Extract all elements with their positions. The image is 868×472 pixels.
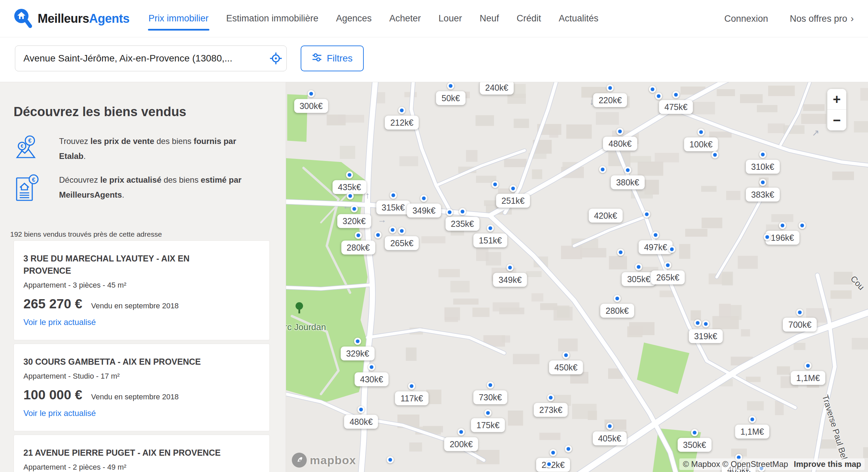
brand-logo[interactable]: MeilleursAgents — [13, 8, 130, 30]
property-dot[interactable] — [491, 181, 498, 188]
map-basemap — [286, 82, 868, 472]
map[interactable]: ← ↑ → ↓ ↗ rc Jourdan 300k€240k€50k€212k€… — [286, 82, 868, 472]
brand-name: MeilleursAgents — [38, 12, 130, 26]
see-updated-price-link[interactable]: Voir le prix actualisé — [23, 409, 96, 418]
price-label: 349k€ — [493, 273, 527, 287]
property-dot[interactable] — [617, 249, 624, 256]
nav-item-prix-immobilier[interactable]: Prix immobilier — [149, 0, 209, 37]
price-label: 329k€ — [341, 347, 375, 361]
marker-dot-icon — [398, 107, 405, 114]
price-label: 273k€ — [534, 403, 568, 417]
marker-dot-icon — [697, 128, 704, 135]
property-dot[interactable] — [643, 211, 650, 218]
sold-property-card[interactable]: 3 RUE DU MARECHAL LYAUTEY - AIX EN PROVE… — [14, 240, 270, 340]
price-label: 320k€ — [337, 214, 371, 228]
filters-button[interactable]: Filtres — [301, 46, 364, 71]
price-label: 1,1M€ — [735, 424, 769, 438]
nav-item-actualites[interactable]: Actualités — [559, 0, 598, 37]
price-label: 450k€ — [549, 361, 583, 375]
property-details: Appartement - 3 pièces - 45 m² — [23, 281, 263, 290]
marker-dot-icon — [779, 222, 786, 229]
marker-dot-icon — [351, 205, 358, 212]
see-updated-price-link[interactable]: Voir le prix actualisé — [23, 317, 96, 327]
marker-dot-icon — [485, 410, 492, 417]
info-bullet-updated-price: € Découvrez le prix actualisé des biens … — [14, 173, 249, 203]
osm-attribution-link[interactable]: © OpenStreetMap — [722, 459, 788, 469]
marker-dot-icon — [652, 231, 659, 238]
property-dot[interactable] — [655, 93, 662, 100]
price-label: 383k€ — [746, 187, 780, 201]
marker-dot-icon — [673, 91, 680, 98]
crosshair-icon — [269, 61, 282, 66]
zoom-in-button[interactable]: + — [827, 89, 846, 110]
login-link[interactable]: Connexion — [724, 14, 768, 24]
price-label: 100k€ — [684, 137, 718, 151]
marker-dot-icon — [390, 192, 397, 199]
price-label: 50k€ — [436, 91, 465, 105]
property-dot[interactable] — [649, 86, 656, 93]
mapbox-logo[interactable]: mapbox — [291, 452, 356, 468]
marker-dot-icon — [509, 185, 516, 192]
property-dot[interactable] — [446, 209, 453, 216]
marker-dot-icon — [635, 263, 642, 270]
geolocate-button[interactable] — [269, 52, 283, 66]
nav-item-credit[interactable]: Crédit — [516, 0, 541, 37]
bullet-text: Découvrez le prix actualisé des biens es… — [59, 173, 249, 203]
nav-item-acheter[interactable]: Acheter — [389, 0, 421, 37]
price-label: 251k€ — [496, 194, 530, 207]
improve-map-link[interactable]: Improve this map — [794, 459, 861, 469]
marker-dot-icon — [805, 362, 812, 369]
property-dot[interactable] — [694, 320, 701, 327]
price-label: 252k€ — [536, 458, 570, 472]
mapbox-icon — [291, 452, 307, 468]
marker-dot-icon — [354, 338, 361, 345]
price-label: 235k€ — [446, 217, 479, 231]
svg-text:€: € — [32, 177, 35, 183]
marker-dot-icon — [617, 128, 624, 135]
property-dot[interactable] — [546, 461, 553, 468]
marker-dot-icon — [458, 429, 465, 436]
property-dot[interactable] — [799, 222, 806, 229]
nav-item-louer[interactable]: Louer — [438, 0, 462, 37]
pro-offers-link[interactable]: Nos offres pro› — [790, 13, 854, 24]
price-label: 380k€ — [611, 176, 645, 189]
price-label: 730k€ — [473, 390, 507, 404]
address-search-input[interactable] — [15, 46, 287, 71]
marker-dot-icon — [759, 179, 766, 186]
marker-dot-icon — [355, 232, 362, 239]
property-sold-date: Vendu en septembre 2018 — [91, 302, 179, 310]
property-address: 30 COURS GAMBETTA - AIX EN PROVENCE — [23, 356, 234, 368]
sold-property-card[interactable]: 30 COURS GAMBETTA - AIX EN PROVENCE Appa… — [14, 344, 270, 431]
property-dot[interactable] — [668, 246, 676, 253]
main-nav: Prix immobilierEstimation immobilièreAge… — [149, 0, 599, 37]
property-dot[interactable] — [599, 166, 606, 173]
property-dot[interactable] — [711, 151, 718, 158]
property-dot[interactable] — [764, 233, 771, 240]
price-label: 420k€ — [588, 208, 622, 222]
oneway-arrow-icon: ← — [343, 201, 352, 212]
sold-property-card[interactable]: 21 AVENUE PIERRE PUGET - AIX EN PROVENCE… — [14, 435, 270, 472]
marker-dot-icon — [408, 383, 415, 390]
price-label: 350k€ — [678, 438, 712, 452]
nav-item-neuf[interactable]: Neuf — [479, 0, 499, 37]
property-dot[interactable] — [386, 456, 394, 464]
price-label: 300k€ — [294, 99, 328, 113]
property-dot[interactable] — [565, 446, 572, 453]
nav-item-estimation-immobiliere[interactable]: Estimation immobilière — [226, 0, 319, 37]
nav-item-agences[interactable]: Agences — [336, 0, 372, 37]
sidebar-title: Découvrez les biens vendus — [14, 105, 186, 119]
mapbox-attribution-link[interactable]: © Mapbox — [683, 459, 720, 469]
property-dot[interactable] — [389, 226, 396, 234]
price-label: 319k€ — [688, 329, 722, 343]
price-label: 151k€ — [473, 234, 507, 248]
price-label: 175k€ — [471, 418, 505, 432]
marker-dot-icon — [547, 394, 554, 401]
search-toolbar: Filtres — [0, 37, 868, 82]
property-price: 100 000 € — [23, 387, 82, 402]
marker-dot-icon — [368, 363, 375, 370]
price-label: 1,1M€ — [791, 371, 825, 385]
zoom-out-button[interactable]: − — [827, 110, 846, 130]
marker-dot-icon — [487, 381, 494, 388]
property-dot[interactable] — [374, 232, 381, 239]
property-dot[interactable] — [346, 193, 354, 200]
